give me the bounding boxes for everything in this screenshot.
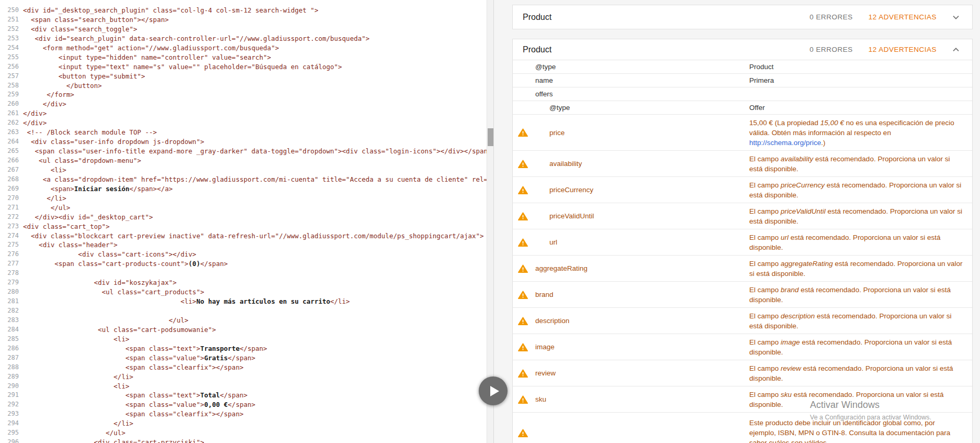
field-value: El campo image está recomendado. Proporc…	[749, 337, 972, 357]
field-name: priceValidUntil	[549, 212, 594, 220]
line-number: 278	[0, 269, 19, 278]
code-line: 264 <div class="user-info dropdown js-dr…	[0, 137, 493, 147]
code-text: <div id="koszykajax">	[19, 278, 177, 287]
code-line: 259 </form>	[0, 90, 493, 99]
code-line: 256 <input type="text" name="s" value=""…	[0, 62, 493, 72]
code-line: 285 <li>	[0, 335, 493, 344]
code-text: </div>	[19, 109, 47, 118]
result-row[interactable]: price15,00 € (La propiedad 15,00 € no es…	[513, 115, 972, 151]
result-row[interactable]: offers	[513, 87, 972, 101]
summary-counts: 0 ERRORES 12 ADVERTENCIAS	[809, 13, 937, 21]
field-name: name	[535, 76, 553, 84]
field-value: El campo url está recomendado. Proporcio…	[749, 232, 972, 252]
code-line: 287 <span class="value">Gratis</span>	[0, 353, 493, 363]
code-markup: <ul class="cart-podsumowanie">	[98, 326, 216, 334]
code-text-node: No hay más artículos en su carrito	[196, 297, 330, 305]
result-row[interactable]: skuEl campo sku está recomendado. Propor…	[513, 386, 972, 413]
line-number: 258	[0, 81, 19, 91]
schema-org-link[interactable]: http://schema.org/price	[749, 139, 821, 147]
message-text: El campo	[749, 260, 781, 268]
code-markup: <span class="cart-products-count">	[54, 260, 188, 268]
code-text: <input type="hidden" name="controller" v…	[19, 53, 271, 62]
field-value: El campo description está recomendado. P…	[749, 311, 972, 331]
field-name: @type	[535, 63, 556, 71]
field-value: El campo sku está recomendado. Proporcio…	[749, 390, 972, 409]
code-line: 284 <ul class="cart-podsumowanie">	[0, 325, 493, 335]
code-markup: <li>	[114, 382, 129, 390]
result-row[interactable]: imageEl campo image está recomendado. Pr…	[513, 334, 972, 360]
line-number: 277	[0, 259, 19, 269]
detail-card-header[interactable]: Product 0 ERRORES 12 ADVERTENCIAS	[513, 39, 972, 60]
code-markup: <div class="search_toggle">	[31, 25, 137, 33]
scrollbar-thumb[interactable]	[488, 128, 493, 146]
row-field-cell: price	[513, 128, 749, 138]
code-markup: <li>	[114, 335, 129, 343]
line-number: 287	[0, 353, 19, 363]
result-row[interactable]: priceValidUntilEl campo priceValidUntil …	[513, 203, 972, 229]
code-markup: <span>	[51, 185, 74, 193]
code-markup: <span class="value">	[126, 354, 205, 362]
message-text: El campo	[749, 338, 781, 346]
code-markup: </div>	[23, 119, 47, 127]
run-test-button[interactable]	[479, 376, 508, 405]
code-markup: <button type="submit">	[59, 72, 145, 80]
row-field-cell: offers	[513, 89, 749, 99]
product-summary-card: Product 0 ERRORES 12 ADVERTENCIAS	[512, 5, 973, 29]
code-text: <span class="value">0,00 €</span>	[19, 400, 255, 409]
row-field-cell: brand	[513, 290, 749, 300]
result-row[interactable]: @typeOffer	[513, 101, 972, 115]
field-reference: image	[781, 338, 800, 346]
code-markup: <div id="search_plugin" data-search-cont…	[35, 35, 370, 42]
field-name: priceCurrency	[549, 186, 593, 194]
code-line: 266 <ul class="dropdown-menu">	[0, 156, 493, 165]
code-markup: <span class="value">	[126, 401, 205, 408]
code-line: 278	[0, 269, 493, 278]
message-text: El campo	[749, 181, 781, 189]
warning-triangle-icon	[518, 428, 528, 437]
result-row[interactable]: reviewEl campo review está recomendado. …	[513, 360, 972, 386]
code-text: <button type="submit">	[19, 72, 145, 81]
result-row[interactable]: namePrimera	[513, 74, 972, 87]
result-row[interactable]: descriptionEl campo description está rec…	[513, 308, 972, 334]
result-row[interactable]: Este producto debe incluir un identifica…	[513, 413, 972, 443]
message-text: 15,00 € (La propiedad	[749, 119, 820, 127]
line-number: 288	[0, 363, 19, 372]
chevron-up-icon[interactable]	[950, 44, 962, 56]
code-text: <span class="search_button"></span>	[19, 15, 168, 25]
field-name: aggregateRating	[535, 264, 588, 272]
line-number: 285	[0, 335, 19, 344]
code-text: <span class="value">Gratis</span>	[19, 353, 255, 363]
code-markup: </form>	[47, 91, 74, 98]
code-text: <li>	[19, 165, 66, 175]
code-text: </li>	[19, 419, 133, 428]
result-row[interactable]: aggregateRatingEl campo aggregateRating …	[513, 256, 972, 282]
result-row[interactable]: @typeProduct	[513, 60, 972, 74]
line-number: 271	[0, 203, 19, 213]
result-row[interactable]: availabilityEl campo availability está r…	[513, 151, 972, 177]
code-markup: <span class="search_button"></span>	[31, 16, 168, 24]
message-text: Offer	[749, 104, 765, 112]
code-text: <form method="get" action="//www.gladius…	[19, 43, 279, 53]
code-markup: <span class="clearfix"></span>	[126, 363, 244, 371]
code-text-node: Gratis	[204, 354, 228, 362]
chevron-down-icon[interactable]	[950, 12, 962, 23]
source-code-panel[interactable]: 250<div id="_desktop_search_plugin" clas…	[0, 0, 494, 443]
code-markup: </span>	[240, 345, 267, 352]
result-row[interactable]: priceCurrencyEl campo priceCurrency está…	[513, 177, 972, 203]
code-line: 265 <span class="user-info-title expand-…	[0, 147, 493, 156]
field-value: Offer	[749, 103, 972, 113]
code-markup: </span>	[220, 391, 247, 399]
line-number: 261	[0, 109, 19, 118]
code-text: <div class="cart_top">	[19, 222, 110, 231]
field-name: availability	[549, 160, 582, 168]
line-number: 286	[0, 344, 19, 353]
line-number: 294	[0, 419, 19, 428]
message-text: El campo	[749, 391, 781, 398]
result-row[interactable]: brandEl campo brand está recomendado. Pr…	[513, 282, 972, 308]
code-markup: </ul>	[106, 429, 126, 437]
play-icon	[490, 386, 499, 396]
code-line: 277 <span class="cart-products-count">(0…	[0, 259, 493, 269]
code-line: 294 </li>	[0, 419, 493, 428]
result-row[interactable]: urlEl campo url está recomendado. Propor…	[513, 229, 972, 256]
summary-card-header[interactable]: Product 0 ERRORES 12 ADVERTENCIAS	[513, 5, 972, 29]
